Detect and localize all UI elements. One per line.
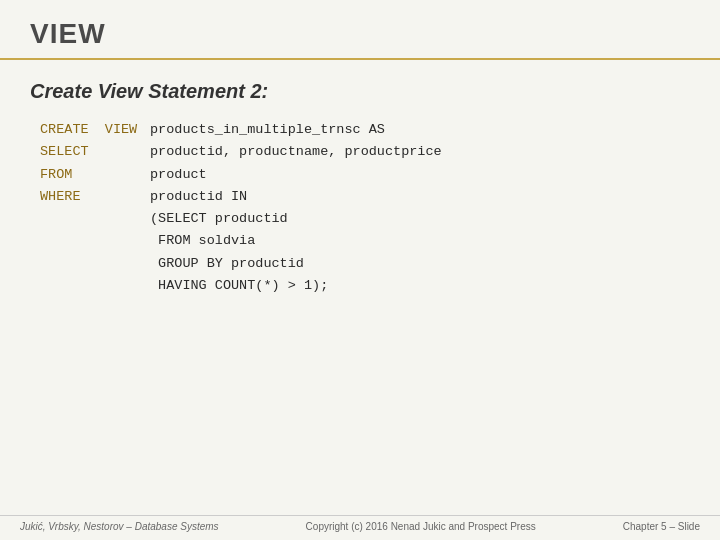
keyword-blank-3: [40, 253, 150, 275]
slide-container: VIEW Create View Statement 2: CREATE VIE…: [0, 0, 720, 540]
section-heading: Create View Statement 2:: [30, 80, 690, 103]
code-line-6: FROM soldvia: [150, 230, 442, 252]
header-section: VIEW: [0, 0, 720, 60]
slide-title: VIEW: [30, 18, 690, 50]
footer-center: Copyright (c) 2016 Nenad Jukic and Prosp…: [306, 521, 536, 532]
keyword-create: CREATE VIEW: [40, 119, 150, 141]
footer-right: Chapter 5 – Slide: [623, 521, 700, 532]
code-line-3: product: [150, 164, 442, 186]
footer-section: Jukić, Vrbsky, Nestorov – Database Syste…: [0, 515, 720, 532]
code-line-8: HAVING COUNT(*) > 1);: [150, 275, 442, 297]
keyword-from: FROM: [40, 164, 150, 186]
code-line-1: products_in_multiple_trnsc AS: [150, 119, 442, 141]
code-line-4: productid IN: [150, 186, 442, 208]
code-keywords: CREATE VIEW SELECT FROM WHERE: [40, 119, 150, 297]
keyword-blank-1: [40, 208, 150, 230]
keyword-where: WHERE: [40, 186, 150, 208]
keyword-blank-4: [40, 275, 150, 297]
code-line-2: productid, productname, productprice: [150, 141, 442, 163]
footer-left: Jukić, Vrbsky, Nestorov – Database Syste…: [20, 521, 219, 532]
section-heading-text: Create View Statement 2:: [30, 80, 268, 102]
keyword-select: SELECT: [40, 141, 150, 163]
content-section: Create View Statement 2: CREATE VIEW SEL…: [0, 60, 720, 307]
code-line-7: GROUP BY productid: [150, 253, 442, 275]
code-values: products_in_multiple_trnsc AS productid,…: [150, 119, 442, 297]
code-line-5: (SELECT productid: [150, 208, 442, 230]
code-block: CREATE VIEW SELECT FROM WHERE products_i…: [30, 119, 690, 297]
keyword-blank-2: [40, 230, 150, 252]
